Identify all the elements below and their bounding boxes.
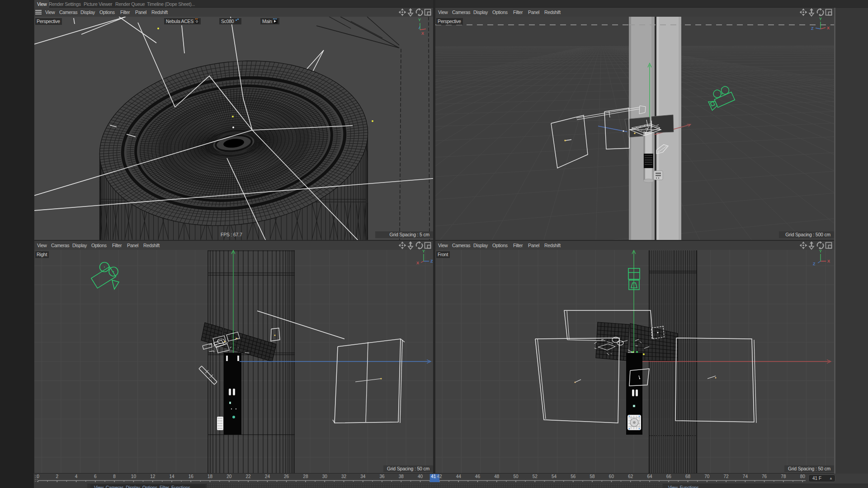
svg-text:X: X	[421, 31, 424, 36]
svg-text:Z: Z	[430, 259, 433, 263]
svg-text:Z: Z	[813, 262, 816, 266]
svg-text:Z: Z	[811, 26, 814, 31]
svg-text:Y: Y	[418, 18, 421, 22]
svg-text:Y: Y	[422, 250, 425, 253]
svg-text:X: X	[827, 26, 830, 30]
svg-text:Y: Y	[819, 250, 822, 253]
svg-text:X: X	[827, 259, 830, 263]
svg-text:Y: Y	[819, 17, 822, 21]
svg-text:X: X	[416, 261, 419, 265]
